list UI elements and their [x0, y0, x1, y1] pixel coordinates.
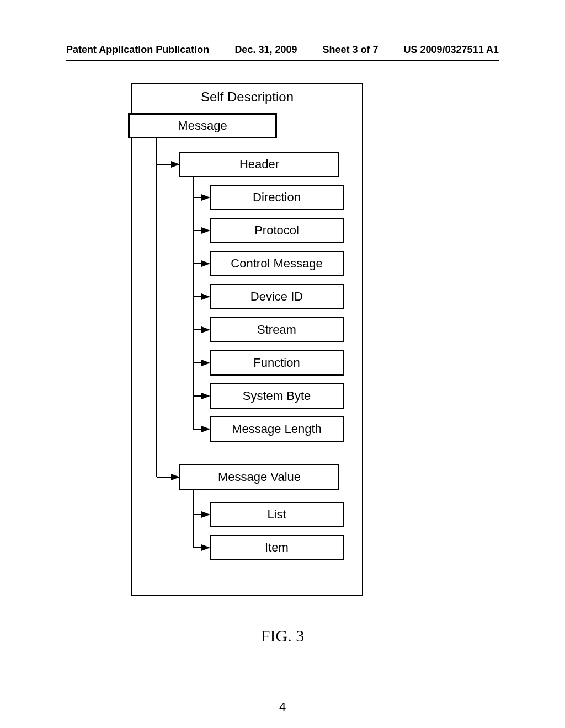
header-sheet: Sheet 3 of 7 — [322, 44, 378, 56]
node-protocol: Protocol — [210, 218, 344, 243]
page: Patent Application Publication Dec. 31, … — [0, 0, 565, 728]
node-stream: Stream — [210, 317, 344, 342]
node-message-value: Message Value — [179, 464, 339, 490]
node-function: Function — [210, 350, 344, 376]
header-date: Dec. 31, 2009 — [234, 44, 297, 56]
figure-label: FIG. 3 — [0, 627, 565, 645]
header-pubno: US 2009/0327511 A1 — [404, 44, 499, 56]
diagram-container: Self Description — [131, 83, 363, 596]
header-rule — [66, 60, 499, 61]
node-message: Message — [128, 113, 277, 138]
node-message-length: Message Length — [210, 416, 344, 442]
node-item: Item — [210, 535, 344, 560]
node-list: List — [210, 502, 344, 527]
node-device-id: Device ID — [210, 284, 344, 309]
node-system-byte: System Byte — [210, 383, 344, 409]
page-number: 4 — [0, 700, 565, 714]
node-header: Header — [179, 152, 339, 177]
page-header: Patent Application Publication Dec. 31, … — [66, 44, 499, 56]
node-control-message: Control Message — [210, 251, 344, 276]
header-left: Patent Application Publication — [66, 44, 209, 56]
node-direction: Direction — [210, 185, 344, 210]
